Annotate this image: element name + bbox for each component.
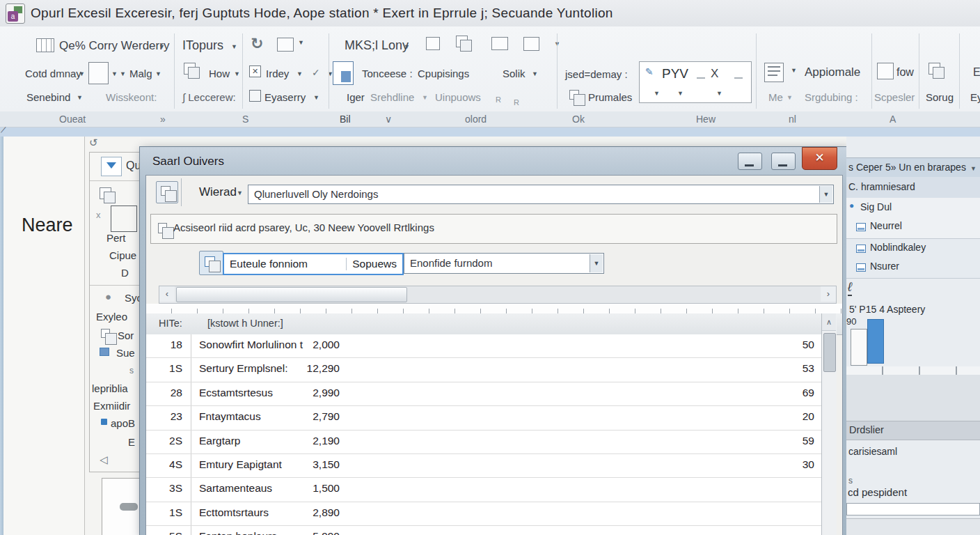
number-row3b-button[interactable]: Srehdline [370,91,414,103]
formula-bar[interactable]: ⁄ [0,127,980,137]
window-icon[interactable] [277,38,294,52]
chevron-down-icon[interactable]: ▼ [298,39,304,46]
chevron-down-icon[interactable]: ▼ [654,90,660,97]
sort-row3-button[interactable]: Sorug [926,91,954,103]
chevron-down-icon[interactable]: ▼ [404,43,410,50]
vertical-scroll-thumb[interactable] [823,333,836,372]
chevron-down-icon[interactable]: ▼ [422,94,428,101]
table-row[interactable]: 18 Sonowfirt Morlulinon t 2,000 50 [146,334,821,358]
sidebar-item-e[interactable]: E [128,436,135,448]
table-row[interactable]: 1S Ecttomtsrtaurs 2,890 [146,502,821,526]
table-row[interactable]: 1S Sertury Ermplsnel: 12,290 53 [146,358,821,382]
font-group-title[interactable]: ITopurs [182,38,223,53]
segment-right-label[interactable]: Sopuews [346,258,402,270]
checkbox-checked-icon[interactable]: ✕ [249,65,261,77]
chevron-down-icon[interactable]: ▼ [231,43,237,50]
horizontal-scroll-thumb[interactable] [176,287,407,302]
paste-button[interactable]: Qe% Corry Werderry [59,39,169,53]
vertical-scrollbar[interactable]: ∧ [821,313,837,535]
chevron-down-icon[interactable]: ▼ [297,70,303,77]
chevron-down-icon[interactable]: ▼ [234,70,240,77]
refresh-icon[interactable]: ↻ [251,35,263,53]
sidebar-item-sor[interactable]: Sor [118,329,134,341]
panel-item-nsurer[interactable]: Nsurer [870,261,899,272]
table-row[interactable]: 5S Fantan honlaurs 5,990 [146,526,821,535]
number-group-title[interactable]: MKS;l Lony [345,38,409,53]
painter-button[interactable]: Senebind [26,91,70,103]
copy-cells-icon[interactable] [456,36,468,47]
style-option-2[interactable]: X [711,67,718,81]
scroll-right-icon[interactable]: › [821,286,836,302]
style-option-1[interactable]: PYV [662,66,688,82]
scope-button[interactable] [199,251,223,275]
format-pages-icon[interactable] [184,63,196,75]
chevron-down-icon[interactable]: ▼ [237,189,243,196]
style-gallery[interactable]: ✎ PYV X ▼ ▼ ▼ [639,61,752,103]
chevron-down-icon[interactable]: ▼ [155,70,161,77]
sidebar-item-apob[interactable]: apoB [111,417,135,429]
sidebar-item-d[interactable]: D [121,267,129,279]
wierad-dropdown-label[interactable]: Wierad [199,185,237,199]
checkbox-empty-icon[interactable] [249,90,261,102]
list-icon[interactable] [764,63,784,82]
styles-row3-button[interactable]: Prumales [588,91,632,103]
check-icon[interactable]: ✓ [312,67,320,78]
collapse-left-icon[interactable]: ◁ [100,453,108,466]
panel-item-noblindkaley[interactable]: Noblindkaley [870,242,926,253]
pages-icon[interactable] [928,63,940,75]
chevron-down-icon[interactable]: ▼ [970,165,977,172]
close-button[interactable]: ✕ [802,147,837,170]
minimize-button[interactable] [738,153,762,170]
table-row[interactable]: 28 Ecstamtsrtesus 2,990 69 [146,382,821,406]
table-row[interactable]: 3S Sartamenteaus 1,500 [146,478,821,502]
section2-item-1[interactable]: carisiesaml [848,446,897,457]
scope-segmented-control[interactable]: Euteule fonniom Sopuews [223,253,404,275]
scroll-up-icon[interactable]: ∧ [822,313,836,331]
type-combobox[interactable]: Enonfide furndom ▼ [404,253,604,274]
undo-icon[interactable]: ↺ [89,137,98,149]
scroll-left-icon[interactable]: ‹ [159,286,175,302]
cells-row3a-button[interactable]: Me [768,91,783,103]
sidebar-item-pert[interactable]: Pert [106,232,126,244]
number-row2b-label[interactable]: Cpupisings [418,68,469,79]
shape-box-icon[interactable] [111,206,137,232]
comment-icon[interactable] [491,37,508,50]
sidebar-item-cipue[interactable]: Cipue [109,249,136,261]
font-row3-button[interactable]: ∫ Leccerew: [182,91,236,103]
chevron-down-icon[interactable]: ▼ [532,70,538,77]
table-row[interactable]: 4S Emtury Eapigtant 3,150 30 [146,454,821,478]
panel-header-dropdown[interactable]: s Ceper 5» Un en brarapes ▼ [846,157,980,178]
chevron-down-icon[interactable]: ▼ [677,90,683,97]
chevron-down-icon[interactable]: ▼ [313,94,319,101]
filter-button[interactable] [101,157,122,176]
sidebar-item-exyleo[interactable]: Exyleo [96,311,127,323]
folder-icon[interactable] [523,37,539,51]
page-filter-icon[interactable] [877,63,894,79]
sidebar-item-sue[interactable]: Sue [116,347,135,359]
chevron-down-icon[interactable]: ▼ [159,43,165,50]
chevron-down-icon[interactable]: ▼ [590,254,603,272]
number-row2a-label[interactable]: Tonceese : [362,68,413,79]
format-table-icon[interactable] [569,90,579,100]
panel-section2-header[interactable]: Drdslier [846,421,980,440]
panel-item-neurrel[interactable]: Neurrel [870,220,902,231]
table-format-icon[interactable] [333,61,354,85]
chevron-down-icon[interactable]: ▼ [79,70,85,77]
section2-item-2[interactable]: cd pespident [848,486,907,498]
table-row[interactable]: 2S Eargtarp 2,190 59 [146,431,821,454]
drag-handle[interactable] [120,503,138,511]
paste-icon[interactable] [36,38,54,52]
name-combobox[interactable]: Qlunerluvell Oly Nerdoings ▼ [248,185,834,204]
sidebar-item-exmidir[interactable]: Exmiidir [93,400,130,412]
chevron-down-icon[interactable]: ▼ [120,70,126,77]
chevron-down-icon[interactable]: ▼ [111,70,118,77]
number-row3a-button[interactable]: Iger [347,91,365,103]
editing-row2-button[interactable]: fow [896,66,914,79]
panel-subheader[interactable]: C. hramniesard [846,177,980,199]
panel-item-sig-dul[interactable]: Sig Dul [860,201,892,212]
cells-row2-button[interactable]: Appiomale [805,65,860,79]
copy-icon[interactable] [100,187,111,199]
section2-input[interactable] [846,503,980,515]
alignment-row3-button[interactable]: Eyaserry [264,91,306,103]
sidebar-item-lepriblia[interactable]: lepriblia [92,382,128,394]
